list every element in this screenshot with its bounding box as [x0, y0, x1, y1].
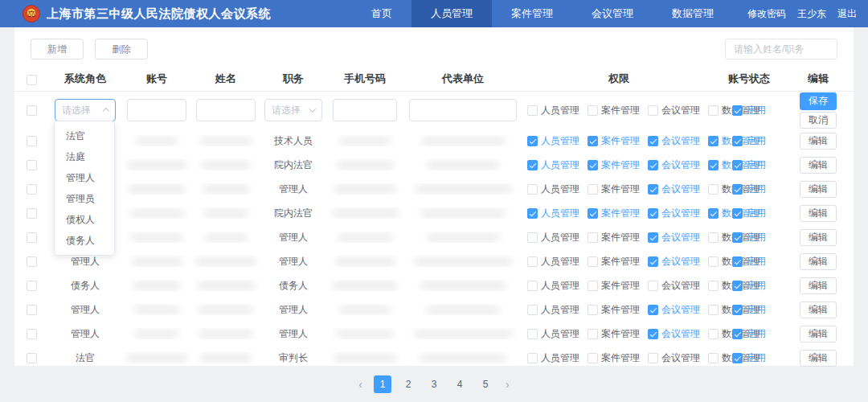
status-checkbox[interactable] — [732, 281, 743, 291]
permission-人员管理[interactable]: 人员管理 — [527, 303, 579, 317]
permission-案件管理[interactable]: 案件管理 — [588, 207, 640, 220]
permission-会议管理[interactable]: 会议管理 — [648, 104, 700, 117]
status-checkbox[interactable] — [732, 232, 743, 243]
account-input[interactable] — [127, 99, 186, 121]
permission-checkbox[interactable] — [588, 281, 598, 291]
permission-checkbox[interactable] — [708, 256, 719, 267]
row-checkbox[interactable] — [27, 305, 37, 315]
user-action-王少东[interactable]: 王少东 — [797, 7, 826, 21]
pagination-page-2[interactable]: 2 — [399, 375, 417, 393]
edit-button[interactable]: 编辑 — [800, 277, 837, 294]
select-all-checkbox[interactable] — [27, 75, 37, 85]
user-action-退出[interactable]: 退出 — [837, 7, 857, 21]
row-checkbox[interactable] — [27, 160, 37, 170]
edit-button[interactable]: 编辑 — [800, 350, 837, 367]
save-button[interactable]: 保存 — [800, 92, 837, 110]
permission-checkbox[interactable] — [708, 184, 719, 195]
phone-input[interactable] — [333, 99, 397, 121]
dropdown-option-债权人[interactable]: 债权人 — [55, 209, 114, 230]
permission-案件管理[interactable]: 案件管理 — [588, 183, 640, 196]
permission-checkbox[interactable] — [527, 281, 538, 291]
pagination-page-4[interactable]: 4 — [451, 375, 469, 393]
user-action-修改密码[interactable]: 修改密码 — [747, 7, 786, 21]
permission-会议管理[interactable]: 会议管理 — [648, 134, 700, 148]
status-checkbox[interactable] — [732, 305, 743, 315]
nav-item-数据管理[interactable]: 数据管理 — [653, 0, 733, 27]
dropdown-option-法官[interactable]: 法官 — [55, 125, 114, 146]
permission-checkbox[interactable] — [648, 208, 658, 219]
name-input[interactable] — [196, 99, 256, 121]
row-checkbox[interactable] — [27, 256, 37, 267]
permission-checkbox[interactable] — [527, 184, 538, 195]
status-checkbox[interactable] — [732, 160, 743, 170]
unit-input[interactable] — [409, 99, 517, 121]
permission-checkbox[interactable] — [708, 353, 719, 363]
nav-item-人员管理[interactable]: 人员管理 — [411, 0, 492, 27]
permission-会议管理[interactable]: 会议管理 — [648, 231, 700, 244]
row-checkbox[interactable] — [27, 105, 37, 116]
permission-checkbox[interactable] — [648, 160, 658, 170]
permission-会议管理[interactable]: 会议管理 — [648, 279, 700, 293]
search-input[interactable] — [725, 39, 837, 59]
cancel-button[interactable]: 取消 — [800, 112, 837, 129]
permission-人员管理[interactable]: 人员管理 — [527, 158, 579, 172]
permission-checkbox[interactable] — [527, 353, 538, 363]
permission-案件管理[interactable]: 案件管理 — [588, 231, 640, 244]
status-checkbox[interactable] — [732, 353, 743, 363]
permission-checkbox[interactable] — [588, 208, 598, 219]
permission-人员管理[interactable]: 人员管理 — [527, 134, 579, 148]
permission-checkbox[interactable] — [648, 353, 658, 363]
row-checkbox[interactable] — [27, 281, 37, 291]
permission-checkbox[interactable] — [588, 160, 598, 170]
permission-checkbox[interactable] — [708, 305, 719, 315]
permission-会议管理[interactable]: 会议管理 — [648, 303, 700, 317]
permission-案件管理[interactable]: 案件管理 — [588, 104, 640, 117]
permission-checkbox[interactable] — [648, 305, 658, 315]
edit-button[interactable]: 编辑 — [800, 133, 837, 150]
permission-人员管理[interactable]: 人员管理 — [527, 207, 579, 220]
permission-checkbox[interactable] — [588, 232, 598, 243]
status-checkbox[interactable] — [732, 256, 743, 267]
pagination-next-icon[interactable]: › — [502, 378, 513, 391]
permission-checkbox[interactable] — [648, 136, 658, 146]
edit-button[interactable]: 编辑 — [800, 326, 837, 343]
permission-案件管理[interactable]: 案件管理 — [588, 134, 640, 148]
permission-checkbox[interactable] — [527, 232, 538, 243]
pagination-page-3[interactable]: 3 — [425, 375, 443, 393]
permission-案件管理[interactable]: 案件管理 — [588, 351, 640, 365]
permission-人员管理[interactable]: 人员管理 — [527, 327, 579, 341]
permission-checkbox[interactable] — [708, 281, 719, 291]
permission-checkbox[interactable] — [648, 232, 658, 243]
permission-人员管理[interactable]: 人员管理 — [527, 351, 579, 365]
edit-button[interactable]: 编辑 — [800, 157, 837, 174]
row-checkbox[interactable] — [27, 136, 37, 146]
edit-button[interactable]: 编辑 — [800, 229, 837, 246]
role-select[interactable]: 请选择 — [55, 99, 116, 121]
permission-人员管理[interactable]: 人员管理 — [527, 104, 579, 117]
edit-button[interactable]: 编辑 — [800, 205, 837, 222]
row-checkbox[interactable] — [27, 184, 37, 195]
permission-checkbox[interactable] — [588, 305, 598, 315]
permission-checkbox[interactable] — [708, 136, 719, 146]
add-button[interactable]: 新增 — [31, 39, 84, 59]
row-checkbox[interactable] — [27, 353, 37, 363]
permission-checkbox[interactable] — [648, 184, 658, 195]
permission-checkbox[interactable] — [527, 256, 538, 267]
pagination-page-5[interactable]: 5 — [477, 375, 494, 393]
permission-checkbox[interactable] — [527, 329, 538, 339]
permission-人员管理[interactable]: 人员管理 — [527, 231, 579, 244]
dropdown-option-债务人[interactable]: 债务人 — [55, 230, 114, 251]
permission-checkbox[interactable] — [708, 232, 719, 243]
edit-button[interactable]: 编辑 — [800, 181, 837, 198]
permission-checkbox[interactable] — [588, 256, 598, 267]
permission-checkbox[interactable] — [527, 160, 538, 170]
permission-checkbox[interactable] — [527, 136, 538, 146]
permission-会议管理[interactable]: 会议管理 — [648, 327, 700, 341]
permission-案件管理[interactable]: 案件管理 — [588, 303, 640, 317]
permission-checkbox[interactable] — [588, 105, 598, 116]
permission-人员管理[interactable]: 人员管理 — [527, 255, 579, 269]
permission-checkbox[interactable] — [708, 208, 719, 219]
permission-案件管理[interactable]: 案件管理 — [588, 327, 640, 341]
dropdown-option-管理员[interactable]: 管理员 — [55, 188, 114, 209]
row-checkbox[interactable] — [27, 208, 37, 219]
